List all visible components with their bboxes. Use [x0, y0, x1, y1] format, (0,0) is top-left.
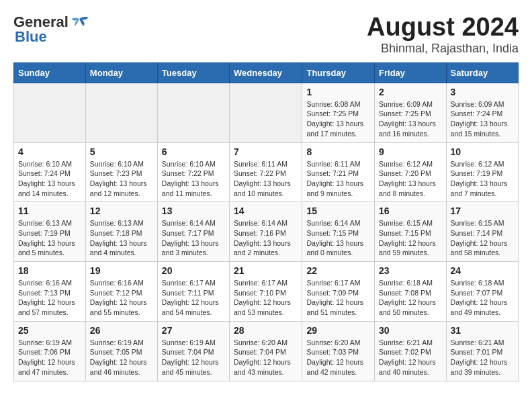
- day-number: 30: [379, 325, 441, 336]
- day-info: Sunrise: 6:17 AM Sunset: 7:10 PM Dayligh…: [234, 278, 298, 318]
- calendar-week-row: 4Sunrise: 6:10 AM Sunset: 7:24 PM Daylig…: [14, 142, 519, 202]
- title-block: August 2024 Bhinmal, Rajasthan, India: [367, 13, 519, 56]
- day-info: Sunrise: 6:17 AM Sunset: 7:09 PM Dayligh…: [306, 278, 370, 318]
- table-row: 22Sunrise: 6:17 AM Sunset: 7:09 PM Dayli…: [302, 262, 375, 322]
- header-wednesday: Wednesday: [230, 62, 302, 83]
- day-number: 20: [162, 265, 225, 276]
- table-row: 10Sunrise: 6:12 AM Sunset: 7:19 PM Dayli…: [446, 142, 518, 202]
- calendar-header-row: Sunday Monday Tuesday Wednesday Thursday…: [14, 62, 519, 83]
- table-row: 9Sunrise: 6:12 AM Sunset: 7:20 PM Daylig…: [375, 142, 446, 202]
- day-number: 25: [18, 325, 81, 336]
- header-friday: Friday: [375, 62, 446, 83]
- day-info: Sunrise: 6:16 AM Sunset: 7:12 PM Dayligh…: [90, 278, 153, 318]
- calendar-week-row: 18Sunrise: 6:16 AM Sunset: 7:13 PM Dayli…: [14, 262, 519, 322]
- day-info: Sunrise: 6:13 AM Sunset: 7:19 PM Dayligh…: [18, 218, 81, 258]
- page-header: General Blue August 2024 Bhinmal, Rajast…: [13, 13, 519, 56]
- day-info: Sunrise: 6:12 AM Sunset: 7:20 PM Dayligh…: [379, 159, 441, 199]
- day-number: 18: [18, 265, 81, 276]
- day-info: Sunrise: 6:18 AM Sunset: 7:08 PM Dayligh…: [379, 278, 441, 318]
- day-info: Sunrise: 6:11 AM Sunset: 7:21 PM Dayligh…: [306, 159, 370, 199]
- day-info: Sunrise: 6:14 AM Sunset: 7:15 PM Dayligh…: [306, 218, 370, 258]
- table-row: 13Sunrise: 6:14 AM Sunset: 7:17 PM Dayli…: [157, 202, 229, 262]
- header-saturday: Saturday: [446, 62, 518, 83]
- day-info: Sunrise: 6:13 AM Sunset: 7:18 PM Dayligh…: [90, 218, 153, 258]
- day-number: 7: [234, 146, 298, 157]
- table-row: 12Sunrise: 6:13 AM Sunset: 7:18 PM Dayli…: [85, 202, 157, 262]
- page-title: August 2024: [367, 13, 519, 42]
- table-row: 25Sunrise: 6:19 AM Sunset: 7:06 PM Dayli…: [14, 321, 86, 381]
- day-number: 13: [162, 205, 225, 216]
- day-info: Sunrise: 6:20 AM Sunset: 7:04 PM Dayligh…: [234, 338, 298, 377]
- day-info: Sunrise: 6:17 AM Sunset: 7:11 PM Dayligh…: [162, 278, 225, 318]
- table-row: 6Sunrise: 6:10 AM Sunset: 7:22 PM Daylig…: [157, 142, 229, 202]
- calendar-week-row: 25Sunrise: 6:19 AM Sunset: 7:06 PM Dayli…: [14, 321, 519, 381]
- day-info: Sunrise: 6:21 AM Sunset: 7:01 PM Dayligh…: [451, 338, 514, 377]
- day-number: 8: [306, 146, 370, 157]
- page-subtitle: Bhinmal, Rajasthan, India: [367, 42, 519, 56]
- calendar-table: Sunday Monday Tuesday Wednesday Thursday…: [13, 62, 519, 381]
- day-number: 26: [90, 325, 153, 336]
- day-number: 16: [379, 205, 441, 216]
- day-info: Sunrise: 6:15 AM Sunset: 7:14 PM Dayligh…: [451, 218, 514, 258]
- header-sunday: Sunday: [14, 62, 86, 83]
- table-row: 16Sunrise: 6:15 AM Sunset: 7:15 PM Dayli…: [375, 202, 446, 262]
- logo-blue: Blue: [15, 28, 47, 46]
- table-row: 14Sunrise: 6:14 AM Sunset: 7:16 PM Dayli…: [230, 202, 302, 262]
- day-number: 19: [90, 265, 153, 276]
- table-row: 24Sunrise: 6:18 AM Sunset: 7:07 PM Dayli…: [446, 262, 518, 322]
- table-row: 3Sunrise: 6:09 AM Sunset: 7:24 PM Daylig…: [446, 83, 518, 142]
- day-number: 15: [306, 205, 370, 216]
- table-row: 11Sunrise: 6:13 AM Sunset: 7:19 PM Dayli…: [14, 202, 86, 262]
- day-number: 5: [90, 146, 153, 157]
- table-row: [157, 83, 229, 142]
- table-row: 2Sunrise: 6:09 AM Sunset: 7:25 PM Daylig…: [375, 83, 446, 142]
- day-number: 4: [18, 146, 81, 157]
- table-row: 30Sunrise: 6:21 AM Sunset: 7:02 PM Dayli…: [375, 321, 446, 381]
- day-number: 28: [234, 325, 298, 336]
- table-row: 17Sunrise: 6:15 AM Sunset: 7:14 PM Dayli…: [446, 202, 518, 262]
- day-info: Sunrise: 6:18 AM Sunset: 7:07 PM Dayligh…: [451, 278, 514, 318]
- logo-bird-icon: [70, 15, 89, 29]
- day-number: 27: [162, 325, 225, 336]
- day-info: Sunrise: 6:15 AM Sunset: 7:15 PM Dayligh…: [379, 218, 441, 258]
- day-number: 11: [18, 205, 81, 216]
- day-info: Sunrise: 6:10 AM Sunset: 7:22 PM Dayligh…: [162, 159, 225, 199]
- logo: General Blue: [13, 13, 89, 46]
- table-row: [85, 83, 157, 142]
- day-number: 22: [306, 265, 370, 276]
- table-row: 5Sunrise: 6:10 AM Sunset: 7:23 PM Daylig…: [85, 142, 157, 202]
- table-row: 28Sunrise: 6:20 AM Sunset: 7:04 PM Dayli…: [230, 321, 302, 381]
- table-row: 27Sunrise: 6:19 AM Sunset: 7:04 PM Dayli…: [157, 321, 229, 381]
- day-number: 10: [451, 146, 514, 157]
- day-info: Sunrise: 6:19 AM Sunset: 7:05 PM Dayligh…: [90, 338, 153, 377]
- day-info: Sunrise: 6:10 AM Sunset: 7:23 PM Dayligh…: [90, 159, 153, 199]
- day-info: Sunrise: 6:19 AM Sunset: 7:04 PM Dayligh…: [162, 338, 225, 377]
- table-row: 4Sunrise: 6:10 AM Sunset: 7:24 PM Daylig…: [14, 142, 86, 202]
- day-info: Sunrise: 6:14 AM Sunset: 7:17 PM Dayligh…: [162, 218, 225, 258]
- table-row: 19Sunrise: 6:16 AM Sunset: 7:12 PM Dayli…: [85, 262, 157, 322]
- day-info: Sunrise: 6:20 AM Sunset: 7:03 PM Dayligh…: [306, 338, 370, 377]
- table-row: 23Sunrise: 6:18 AM Sunset: 7:08 PM Dayli…: [375, 262, 446, 322]
- day-info: Sunrise: 6:19 AM Sunset: 7:06 PM Dayligh…: [18, 338, 81, 377]
- day-info: Sunrise: 6:11 AM Sunset: 7:22 PM Dayligh…: [234, 159, 298, 199]
- header-monday: Monday: [85, 62, 157, 83]
- table-row: 21Sunrise: 6:17 AM Sunset: 7:10 PM Dayli…: [230, 262, 302, 322]
- day-number: 31: [451, 325, 514, 336]
- table-row: 15Sunrise: 6:14 AM Sunset: 7:15 PM Dayli…: [302, 202, 375, 262]
- day-info: Sunrise: 6:09 AM Sunset: 7:24 PM Dayligh…: [451, 99, 514, 139]
- day-info: Sunrise: 6:14 AM Sunset: 7:16 PM Dayligh…: [234, 218, 298, 258]
- header-tuesday: Tuesday: [157, 62, 229, 83]
- day-number: 9: [379, 146, 441, 157]
- day-info: Sunrise: 6:09 AM Sunset: 7:25 PM Dayligh…: [379, 99, 441, 139]
- day-number: 12: [90, 205, 153, 216]
- calendar-week-row: 1Sunrise: 6:08 AM Sunset: 7:25 PM Daylig…: [14, 83, 519, 142]
- day-number: 3: [451, 87, 514, 97]
- table-row: 1Sunrise: 6:08 AM Sunset: 7:25 PM Daylig…: [302, 83, 375, 142]
- day-number: 23: [379, 265, 441, 276]
- day-info: Sunrise: 6:21 AM Sunset: 7:02 PM Dayligh…: [379, 338, 441, 377]
- table-row: 18Sunrise: 6:16 AM Sunset: 7:13 PM Dayli…: [14, 262, 86, 322]
- day-number: 2: [379, 87, 441, 97]
- header-thursday: Thursday: [302, 62, 375, 83]
- calendar-week-row: 11Sunrise: 6:13 AM Sunset: 7:19 PM Dayli…: [14, 202, 519, 262]
- table-row: 7Sunrise: 6:11 AM Sunset: 7:22 PM Daylig…: [230, 142, 302, 202]
